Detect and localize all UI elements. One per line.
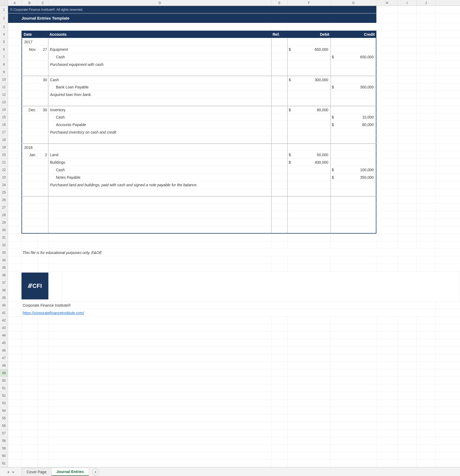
- row-header[interactable]: 11: [0, 83, 8, 91]
- cell[interactable]: [376, 83, 398, 91]
- cell[interactable]: [398, 264, 417, 271]
- cell[interactable]: [331, 452, 376, 459]
- cell[interactable]: [272, 256, 288, 264]
- cell[interactable]: [376, 113, 398, 121]
- cell[interactable]: [376, 347, 398, 354]
- cell[interactable]: [376, 211, 398, 219]
- cell[interactable]: [398, 256, 417, 264]
- cell[interactable]: [376, 407, 398, 414]
- cell[interactable]: [272, 445, 288, 452]
- cell[interactable]: [48, 452, 272, 459]
- cell[interactable]: [417, 369, 436, 377]
- cell[interactable]: [8, 264, 22, 271]
- cell[interactable]: [417, 151, 436, 158]
- cell[interactable]: [8, 347, 22, 354]
- cell[interactable]: [272, 68, 288, 76]
- cell[interactable]: [417, 159, 436, 166]
- cell[interactable]: [48, 332, 272, 339]
- cell[interactable]: [417, 98, 436, 106]
- add-sheet-button[interactable]: ＋: [92, 468, 99, 475]
- cell[interactable]: [8, 166, 22, 173]
- cell[interactable]: [417, 324, 436, 331]
- row-header[interactable]: 50: [0, 377, 8, 384]
- row-header[interactable]: 31: [0, 234, 8, 241]
- cell[interactable]: [376, 369, 398, 377]
- cell[interactable]: [417, 121, 436, 128]
- cell[interactable]: [48, 38, 272, 45]
- cell[interactable]: [8, 241, 22, 249]
- cell[interactable]: [8, 437, 22, 444]
- cell[interactable]: [48, 23, 272, 30]
- cell[interactable]: [288, 339, 331, 346]
- row-header[interactable]: 34: [0, 256, 8, 264]
- cell[interactable]: [398, 144, 417, 151]
- cell[interactable]: [48, 437, 272, 444]
- cell[interactable]: [417, 219, 436, 226]
- cell[interactable]: [272, 369, 288, 377]
- cell[interactable]: [331, 384, 376, 392]
- cell[interactable]: [288, 136, 331, 143]
- col-header-B[interactable]: B: [22, 0, 38, 6]
- row-header[interactable]: 49: [0, 369, 8, 377]
- cell[interactable]: [272, 264, 288, 271]
- row-header[interactable]: 2: [0, 13, 8, 23]
- cell[interactable]: [8, 174, 22, 181]
- row-header[interactable]: 48: [0, 362, 8, 369]
- row-header[interactable]: 58: [0, 437, 8, 445]
- cell[interactable]: [8, 38, 22, 45]
- select-all-corner[interactable]: [0, 0, 8, 6]
- cell[interactable]: [22, 189, 48, 196]
- cell[interactable]: [417, 317, 436, 324]
- cell[interactable]: [22, 121, 48, 128]
- cell[interactable]: [398, 407, 417, 414]
- cell[interactable]: [398, 445, 417, 452]
- cell[interactable]: [417, 211, 436, 219]
- cell[interactable]: [8, 76, 22, 83]
- cell[interactable]: [398, 324, 417, 331]
- cell[interactable]: [8, 256, 22, 264]
- cell[interactable]: [272, 204, 288, 211]
- cell[interactable]: [288, 414, 331, 422]
- cell[interactable]: [288, 422, 331, 429]
- cell[interactable]: [398, 53, 417, 60]
- cell[interactable]: [288, 189, 331, 196]
- cell[interactable]: [8, 226, 22, 234]
- cell[interactable]: [398, 83, 417, 91]
- cell[interactable]: [272, 460, 288, 467]
- cell[interactable]: [376, 460, 398, 467]
- cell[interactable]: [8, 144, 22, 151]
- cell[interactable]: [38, 392, 48, 399]
- cell[interactable]: [48, 219, 272, 226]
- row-header[interactable]: 7: [0, 53, 8, 61]
- col-header-F[interactable]: F: [288, 0, 331, 6]
- cell[interactable]: [22, 377, 38, 384]
- cell[interactable]: [272, 347, 288, 354]
- cell[interactable]: [398, 369, 417, 377]
- cell[interactable]: [48, 407, 272, 414]
- cell[interactable]: [376, 445, 398, 452]
- cell[interactable]: [22, 264, 38, 271]
- cell[interactable]: [376, 98, 398, 106]
- cell[interactable]: [376, 13, 398, 23]
- cell[interactable]: [22, 414, 38, 422]
- cell[interactable]: [272, 23, 288, 30]
- cell[interactable]: [38, 354, 48, 362]
- cell[interactable]: [288, 174, 331, 181]
- cell[interactable]: [398, 377, 417, 384]
- cell[interactable]: [331, 347, 376, 354]
- cell[interactable]: [48, 392, 272, 399]
- cell[interactable]: [331, 151, 376, 158]
- cell[interactable]: [8, 83, 22, 91]
- cell[interactable]: [48, 339, 272, 346]
- cell[interactable]: [331, 324, 376, 331]
- cell[interactable]: [376, 144, 398, 151]
- cell[interactable]: [8, 68, 22, 76]
- cell[interactable]: [38, 384, 48, 392]
- cell[interactable]: [376, 53, 398, 60]
- cell[interactable]: [22, 241, 38, 249]
- cell[interactable]: [331, 68, 376, 76]
- cell[interactable]: [376, 437, 398, 444]
- cell[interactable]: [376, 196, 398, 203]
- cell[interactable]: [8, 369, 22, 377]
- row-header[interactable]: 22: [0, 166, 8, 174]
